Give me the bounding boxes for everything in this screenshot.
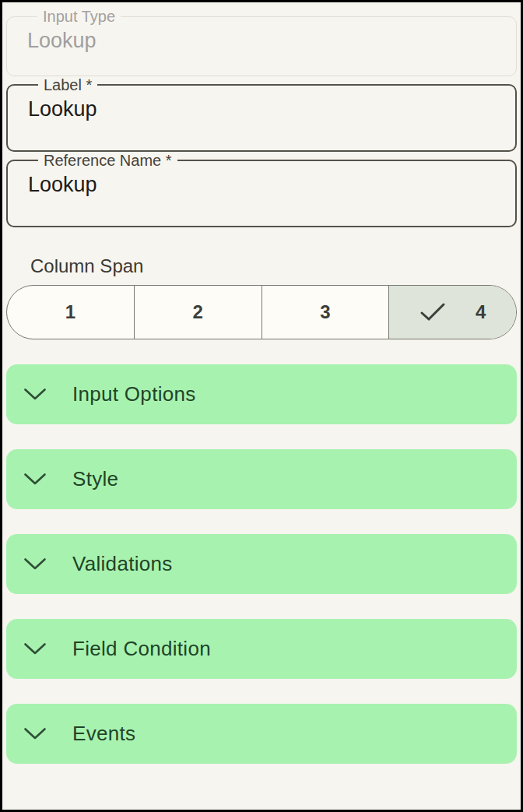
- accordion-events-title: Events: [72, 722, 135, 746]
- column-span-option-3[interactable]: 3: [262, 286, 389, 339]
- input-type-label: Input Type: [37, 8, 121, 25]
- column-span-option-4[interactable]: 4: [388, 286, 516, 339]
- accordion-validations-title: Validations: [72, 552, 173, 576]
- column-span-option-3-label: 3: [320, 301, 330, 323]
- chevron-down-icon: [23, 473, 47, 486]
- chevron-down-icon: [23, 557, 47, 571]
- check-icon: [419, 302, 446, 322]
- accordion-validations[interactable]: Validations: [6, 534, 517, 594]
- accordion-style-title: Style: [72, 467, 118, 491]
- reference-name-field[interactable]: Reference Name * Lookup: [6, 152, 517, 227]
- column-span-option-2-label: 2: [192, 301, 202, 323]
- accordion-field-condition-title: Field Condition: [72, 637, 211, 661]
- accordion-field-condition[interactable]: Field Condition: [6, 619, 517, 679]
- column-span-group: 1 2 3 4: [6, 285, 517, 339]
- column-span-option-1[interactable]: 1: [7, 286, 134, 339]
- label-field-value[interactable]: Lookup: [28, 97, 506, 121]
- chevron-down-icon: [23, 727, 47, 740]
- accordion-input-options[interactable]: Input Options: [6, 364, 517, 424]
- accordion-input-options-title: Input Options: [72, 382, 196, 406]
- reference-name-label: Reference Name *: [38, 152, 177, 169]
- input-type-field: Input Type Lookup: [6, 8, 517, 76]
- column-span-option-1-label: 1: [65, 301, 75, 323]
- label-field[interactable]: Label * Lookup: [6, 76, 517, 152]
- form-settings-panel: { "panel": { "fields": [ { "label": "Inp…: [0, 0, 523, 812]
- accordion-events[interactable]: Events: [6, 704, 517, 764]
- chevron-down-icon: [23, 388, 47, 401]
- label-field-label: Label *: [38, 76, 97, 93]
- accordion-style[interactable]: Style: [6, 449, 517, 509]
- reference-name-value[interactable]: Lookup: [28, 172, 506, 197]
- input-type-value: Lookup: [27, 28, 507, 53]
- column-span-option-2[interactable]: 2: [134, 286, 262, 339]
- column-span-label: Column Span: [30, 255, 517, 277]
- chevron-down-icon: [23, 642, 47, 656]
- column-span-option-4-label: 4: [476, 301, 486, 323]
